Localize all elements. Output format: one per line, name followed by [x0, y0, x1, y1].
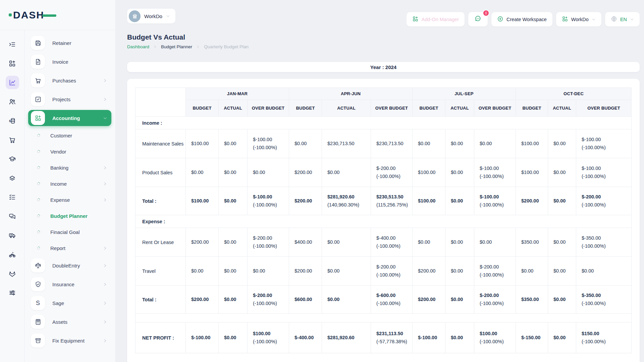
table-cell: $-100.00(-100.00%)	[576, 129, 632, 158]
cell-value: $-350.00(-100.00%)	[582, 292, 631, 307]
sidebar-item-fix-equipment[interactable]: Fix Equipment	[28, 333, 111, 349]
row-label: Product Sales	[136, 158, 186, 187]
table-cell: $0.00	[445, 158, 474, 187]
cell-value: $0.00	[451, 140, 474, 147]
rail-users-icon[interactable]	[6, 95, 19, 108]
rail-grid-plus-icon[interactable]	[6, 57, 19, 70]
table-cell: $200.00	[289, 187, 322, 215]
cell-value: $-100.00	[191, 335, 218, 341]
sidebar-item-insurance[interactable]: Insurance	[28, 276, 111, 292]
cell-value: $0.00	[451, 296, 474, 303]
cell-value: $-150.00	[521, 335, 548, 341]
cell-value: $0.00	[480, 140, 516, 147]
chevron-right-icon	[103, 166, 107, 170]
cell-value: $0.00	[418, 239, 445, 246]
rail-layers-icon[interactable]	[6, 171, 19, 185]
column-header-oct-dec-over-budget: OVER BUDGET	[576, 100, 632, 117]
sidebar-item-sage[interactable]: SSage	[28, 295, 111, 311]
table-cell: $0.00	[219, 129, 248, 158]
create-workspace-button[interactable]: Create Workspace	[491, 12, 552, 26]
sidebar-item-label: Customer	[50, 133, 107, 138]
bullet-icon	[36, 181, 41, 186]
breadcrumb-dashboard[interactable]: Dashboard	[127, 44, 149, 49]
cell-value: $0.00	[191, 268, 218, 275]
cell-value: $-400.00	[294, 335, 322, 341]
scales-icon	[35, 262, 42, 269]
sidebar-item-expense[interactable]: Expense	[28, 193, 111, 206]
column-header-apr-jun-budget: BUDGET	[289, 100, 322, 117]
chevron-right-icon	[103, 78, 107, 83]
rail-menu-indent-icon[interactable]	[6, 38, 19, 51]
table-cell: $-150.00	[516, 322, 548, 353]
quarter-header-jul-sep: JUL-SEP	[413, 88, 516, 100]
workspace-switcher[interactable]: WorkDo	[127, 9, 175, 23]
sidebar-item-assets[interactable]: Assets	[28, 314, 111, 330]
calculator-icon	[35, 318, 42, 325]
rail-cart-icon[interactable]	[6, 133, 19, 146]
sidebar-item-finacial-goal[interactable]: Finacial Goal	[28, 225, 111, 239]
sidebar-item-retainer[interactable]: Retainer	[28, 35, 111, 51]
sidebar-item-budget-planner[interactable]: Budget Planner	[28, 209, 111, 223]
rail-bike-icon[interactable]	[6, 248, 19, 261]
column-header-jul-sep-actual: ACTUAL	[445, 100, 474, 117]
globe-icon	[611, 16, 617, 23]
rail-truck-icon[interactable]	[6, 229, 19, 242]
rail-chart-line-icon[interactable]	[6, 76, 19, 89]
breadcrumb-budget-planner[interactable]: Budget Planner	[161, 44, 192, 49]
table-cell: $200.00	[413, 286, 445, 314]
cell-value: $200.00	[294, 268, 322, 275]
sidebar-item-label: Assets	[52, 319, 103, 325]
chevron-right-icon	[103, 78, 107, 83]
sidebar-item-customer[interactable]: Customer	[28, 129, 111, 142]
workdo-menu-button[interactable]: WorkDo	[556, 12, 601, 26]
table-cell: $150.00(-100.00%)	[576, 322, 632, 353]
sidebar-item-label: Retainer	[52, 40, 107, 46]
chevron-right-icon	[103, 166, 107, 170]
addon-manager-button[interactable]: Add-On Manager	[407, 12, 465, 26]
language-selector[interactable]: EN	[605, 12, 640, 26]
table-cell: $231,113.50(-57,778.38%)	[371, 322, 413, 353]
rail-checklist-icon[interactable]	[6, 190, 19, 204]
save-tile	[31, 36, 45, 50]
table-cell: $-400.00	[289, 322, 322, 353]
rail-graduation-cap-icon[interactable]	[6, 152, 19, 166]
app-root: DASH $ RetainerInvoicePurchasesProjectsA…	[0, 0, 644, 362]
chat-button[interactable]: 0	[468, 12, 488, 26]
cell-value: $281,920.60	[327, 335, 371, 341]
sidebar-item-vendor[interactable]: Vendor	[28, 145, 111, 158]
rail-coins-dollar-icon[interactable]: $	[6, 114, 19, 127]
dash-logo[interactable]: DASH	[9, 9, 56, 21]
cell-value: $-600.00(-100.00%)	[376, 292, 412, 307]
sidebar-item-invoice[interactable]: Invoice	[28, 54, 111, 70]
sidebar-item-label: Insurance	[52, 282, 103, 287]
table-cell: $0.00	[219, 322, 248, 353]
rail-sliders-icon[interactable]	[6, 286, 19, 299]
cell-value: $200.00	[191, 239, 218, 246]
sidebar-item-banking[interactable]: Banking	[28, 161, 111, 174]
chevron-right-icon	[103, 282, 107, 287]
table-cell: $-100.00(-100.00%)	[474, 158, 516, 187]
rail-chat-icon[interactable]	[6, 209, 19, 223]
bullet-icon	[36, 197, 41, 202]
spacer-row	[136, 314, 632, 322]
table-cell: $-100.00	[413, 322, 445, 353]
table-row-total: Total :$100.00$0.00$-100.00(-100.00%)$20…	[136, 187, 632, 215]
cell-value: $0.00	[253, 268, 289, 275]
chevron-down-icon	[103, 116, 107, 120]
sidebar-item-purchases[interactable]: Purchases	[28, 72, 111, 88]
row-label: Total :	[136, 286, 186, 314]
letter-s-icon: S	[36, 300, 40, 307]
sidebar-item-income[interactable]: Income	[28, 177, 111, 190]
sidebar-item-projects[interactable]: Projects	[28, 91, 111, 107]
cell-value: $0.00	[224, 169, 247, 176]
table-cell: $0.00	[219, 228, 248, 257]
table-cell: $0.00	[548, 257, 576, 286]
rail-shield-fox-icon[interactable]	[6, 267, 19, 280]
table-row-maintenance-sales: Maintenance Sales$100.00$0.00$-100.00(-1…	[136, 129, 632, 158]
shield-check-icon	[35, 281, 42, 288]
cell-value: $-100.00(-100.00%)	[582, 136, 631, 151]
sidebar-item-accounting[interactable]: Accounting	[28, 110, 111, 126]
sidebar-item-report[interactable]: Report	[28, 241, 111, 255]
svg-text:$: $	[9, 119, 11, 122]
sidebar-item-doubleentry[interactable]: DoubleEntry	[28, 257, 111, 274]
